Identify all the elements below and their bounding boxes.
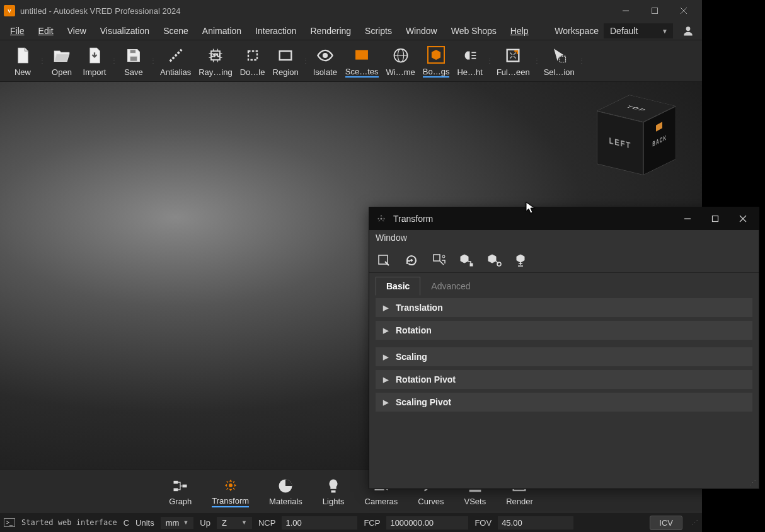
dialog-tool-4[interactable]	[459, 252, 475, 269]
fcp-input[interactable]	[386, 516, 468, 529]
svg-point-11	[323, 54, 327, 58]
status-c-label: C	[124, 518, 129, 528]
tool-fullscreen[interactable]: Ful…een	[493, 43, 534, 78]
bottom-lights[interactable]: Lights	[316, 475, 351, 507]
tool-open[interactable]: Open	[45, 43, 78, 78]
svg-point-30	[381, 218, 382, 220]
navigation-cube[interactable]: TOP LEFT BACK	[601, 101, 677, 176]
svg-rect-18	[174, 481, 178, 484]
sceneplates-icon	[353, 46, 371, 64]
cube-icon	[427, 46, 445, 64]
tool-antialias[interactable]: Antialias	[156, 43, 195, 78]
menu-visualization[interactable]: Visualization	[94, 23, 156, 38]
bottom-materials[interactable]: Materials	[263, 475, 309, 507]
expand-icon: ▶	[383, 398, 388, 407]
dialog-maximize-button[interactable]	[706, 209, 725, 228]
section-rotation[interactable]: ▶Rotation	[376, 321, 752, 340]
file-new-icon	[14, 47, 32, 64]
titlebar: V untitled - Autodesk VRED Professional …	[0, 0, 702, 21]
menu-interaction[interactable]: Interaction	[249, 23, 302, 38]
main-toolbar: New ⋮ Open Import ⋮ Save ⋮ Antialias CPU…	[0, 40, 702, 82]
svg-rect-23	[331, 490, 336, 493]
tool-headlight[interactable]: He…ht	[453, 43, 486, 78]
resize-grip[interactable]: ⋰	[691, 519, 698, 527]
menu-window[interactable]: Window	[400, 23, 444, 38]
tool-new[interactable]: New	[6, 43, 39, 78]
eye-icon	[316, 47, 334, 64]
tab-advanced[interactable]: Advanced	[420, 277, 481, 296]
toolbar-separator: ⋮	[39, 60, 45, 62]
dialog-minimize-button[interactable]	[678, 209, 697, 228]
dialog-resize-grip[interactable]: ⋰	[747, 478, 759, 489]
toolbar-separator: ⋮	[534, 60, 540, 62]
svg-point-21	[229, 483, 233, 487]
bottom-transform[interactable]: Transform	[205, 475, 255, 509]
dialog-tool-reset[interactable]	[403, 252, 420, 269]
menu-webshops[interactable]: Web Shops	[445, 23, 503, 38]
menu-edit[interactable]: Edit	[32, 23, 60, 38]
navcube-face-left[interactable]: LEFT	[597, 111, 643, 175]
tool-isolate[interactable]: Isolate	[309, 43, 342, 78]
section-translation[interactable]: ▶Translation	[376, 298, 752, 317]
section-scaling[interactable]: ▶Scaling	[376, 347, 752, 366]
dialog-tool-1[interactable]	[376, 252, 392, 269]
svg-rect-12	[356, 50, 368, 59]
dialog-tool-6[interactable]	[514, 252, 531, 269]
dialog-menu-window[interactable]: Window	[369, 230, 759, 248]
dialog-title: Transform	[393, 214, 678, 224]
menu-file[interactable]: File	[4, 23, 31, 38]
icv-button[interactable]: ICV	[650, 516, 682, 530]
menu-view[interactable]: View	[61, 23, 93, 38]
up-selector[interactable]: Z▼	[217, 517, 252, 529]
user-icon[interactable]	[682, 25, 694, 37]
tool-downscale[interactable]: Do…le	[236, 43, 269, 78]
menu-rendering[interactable]: Rendering	[304, 23, 357, 38]
maximize-button[interactable]	[640, 1, 669, 21]
expand-icon: ▶	[383, 327, 388, 335]
svg-rect-17	[560, 56, 565, 62]
save-icon	[125, 47, 142, 64]
workspace-label: Workspace	[555, 26, 599, 36]
menu-help[interactable]: Help	[504, 23, 535, 38]
svg-rect-32	[713, 216, 718, 222]
svg-rect-10	[280, 51, 292, 60]
menu-animation[interactable]: Animation	[196, 23, 248, 38]
minimize-button[interactable]	[611, 1, 640, 21]
console-icon[interactable]: >_	[4, 518, 15, 527]
menu-scripts[interactable]: Scripts	[359, 23, 398, 38]
up-label: Up	[200, 518, 210, 528]
chevron-down-icon: ▼	[183, 519, 188, 526]
tool-region[interactable]: Region	[269, 43, 302, 78]
expand-icon: ▶	[383, 376, 388, 384]
menubar: File Edit View Visualization Scene Anima…	[0, 21, 702, 40]
tool-sceneplates[interactable]: Sce…tes	[342, 43, 382, 79]
svg-rect-6	[130, 56, 137, 61]
toolbar-separator: ⋮	[111, 60, 117, 62]
tab-basic[interactable]: Basic	[376, 277, 420, 296]
svg-point-38	[442, 255, 445, 258]
dialog-tool-3[interactable]	[431, 252, 447, 269]
tool-import[interactable]: Import	[78, 43, 111, 78]
dialog-titlebar[interactable]: Transform	[369, 207, 759, 230]
svg-rect-1	[652, 8, 658, 14]
menu-scene[interactable]: Scene	[157, 23, 195, 38]
ncp-input[interactable]	[282, 516, 357, 529]
svg-rect-20	[183, 485, 187, 488]
dialog-toolbar	[369, 248, 759, 273]
dialog-close-button[interactable]	[733, 209, 752, 228]
dialog-tabs: Basic Advanced	[369, 273, 759, 296]
tool-boundings[interactable]: Bo…gs	[419, 43, 454, 79]
fov-input[interactable]	[498, 516, 573, 529]
tool-selection[interactable]: Sel…ion	[540, 43, 578, 78]
close-button[interactable]	[669, 1, 698, 21]
tool-raytracing[interactable]: CPU Ray…ing	[195, 43, 236, 78]
tool-save[interactable]: Save	[117, 43, 150, 78]
units-selector[interactable]: mm▼	[161, 517, 194, 529]
chevron-down-icon: ▼	[241, 519, 247, 526]
section-rotation-pivot[interactable]: ▶Rotation Pivot	[376, 370, 752, 389]
bottom-graph[interactable]: Graph	[163, 475, 198, 507]
transform-icon	[221, 476, 240, 495]
tool-wireframe[interactable]: Wi…me	[382, 43, 419, 78]
section-scaling-pivot[interactable]: ▶Scaling Pivot	[376, 393, 752, 412]
dialog-tool-5[interactable]	[486, 252, 503, 269]
